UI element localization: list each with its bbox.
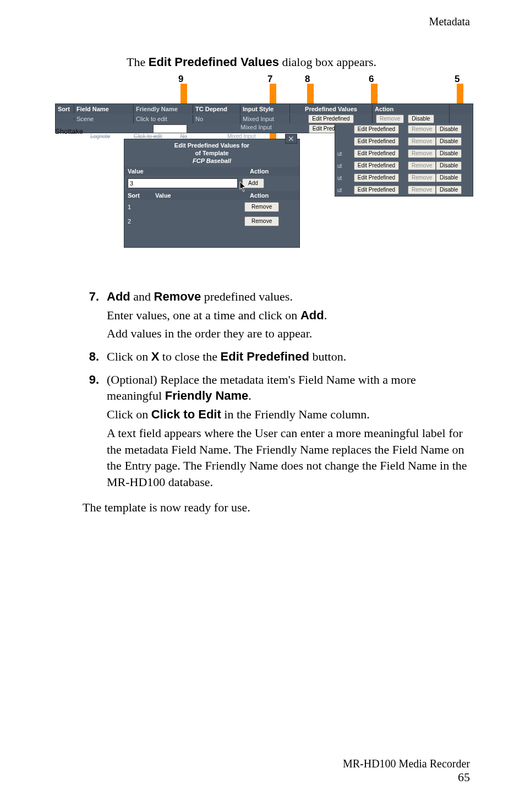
value-input[interactable] — [128, 178, 238, 188]
dialog-title: Edit Predefined Values for of Template F… — [124, 139, 299, 167]
value-header: Value — [124, 167, 247, 176]
action-header-2: Action — [247, 191, 299, 200]
closing-line: The template is now ready for use. — [83, 500, 470, 515]
arrow-5-stem — [457, 84, 463, 103]
th-sort: Sort — [56, 105, 74, 113]
callout-9: 9 — [178, 74, 183, 85]
row-scene-friendly[interactable]: Click to edit — [134, 115, 193, 123]
list-item: 2 Remove — [124, 214, 299, 228]
kw-x: X — [151, 350, 160, 363]
txt: in the Friendly Name column. — [221, 407, 370, 421]
intro-line: The Edit Predefined Values dialog box ap… — [127, 55, 470, 69]
dialog-title-l1: Edit Predefined Values for — [174, 142, 249, 149]
intro-pre: The — [127, 55, 149, 69]
row-suffix: ut — [337, 151, 346, 157]
arrow-9-stem — [181, 84, 187, 103]
kw-add: Add — [107, 290, 130, 303]
list-sort: 1 — [128, 204, 141, 210]
callout-7: 7 — [267, 74, 272, 85]
row-scene-tc: No — [193, 115, 240, 123]
screenshot-figure: 9 7 8 6 5 Sort Field Name Friendly Name … — [55, 74, 473, 273]
disable-button[interactable]: Disable — [436, 149, 462, 158]
step-number: 9. — [83, 372, 107, 493]
footer-product: MR-HD100 Media Recorder — [343, 757, 470, 770]
kw-add-2: Add — [300, 308, 324, 322]
txt: Click on — [107, 350, 151, 363]
edit-predefined-button[interactable]: Edit Predefined — [354, 137, 399, 146]
kw-click-to-edit: Click to Edit — [151, 407, 221, 421]
remove-button[interactable]: Remove — [376, 115, 404, 123]
disable-button[interactable]: Disable — [408, 115, 434, 123]
txt: . — [248, 389, 251, 402]
edit-predefined-button[interactable]: Edit Predefined — [354, 186, 399, 194]
txt: . — [324, 308, 327, 322]
sort-header: Sort — [124, 191, 152, 200]
disable-button[interactable]: Disable — [436, 137, 462, 146]
step-number: 8. — [83, 348, 107, 367]
dialog-list-header: Sort Value Action — [124, 191, 299, 200]
th-pred: Predefined Values — [290, 105, 373, 113]
dialog-title-l3: FCP Baseball — [125, 157, 298, 165]
remove-button[interactable]: Remove — [408, 137, 436, 146]
txt: button. — [309, 350, 346, 363]
disable-button[interactable]: Disable — [436, 161, 462, 170]
txt: and — [130, 290, 154, 303]
row-scene: Scene Click to edit No Mixed Input Edit … — [56, 114, 473, 124]
th-friendly: Friendly Name — [134, 105, 193, 113]
lognote-label: Lognote — [90, 133, 110, 139]
disable-button[interactable]: Disable — [436, 125, 462, 134]
disable-button[interactable]: Disable — [436, 173, 462, 182]
remove-button[interactable]: Remove — [244, 216, 279, 226]
remove-button[interactable]: Remove — [408, 149, 436, 158]
kw-friendly-name: Friendly Name — [165, 389, 249, 402]
row-suffix: ut — [337, 175, 346, 181]
callout-6: 6 — [369, 74, 374, 85]
table-row: Edit Predefined Remove Disable — [335, 135, 473, 148]
row-suffix: ut — [337, 187, 346, 193]
callout-8: 8 — [305, 74, 310, 85]
list-item: 1 Remove — [124, 200, 299, 214]
table-row: Edit Predefined Remove Disable — [335, 123, 473, 135]
friendly-name-input[interactable] — [153, 124, 187, 133]
list-sort: 2 — [128, 218, 141, 225]
txt: Add values in the order they are to appe… — [107, 325, 470, 342]
step-8: 8. Click on X to close the Edit Predefin… — [83, 348, 470, 367]
table-row: ut Edit Predefined Remove Disable — [335, 160, 473, 172]
page-number: 65 — [343, 770, 470, 784]
arrow-6-stem — [371, 84, 378, 103]
remove-button[interactable]: Remove — [408, 173, 436, 182]
predefined-list: 1 Remove 2 Remove — [124, 200, 299, 247]
remove-button[interactable]: Remove — [408, 186, 436, 194]
edit-predefined-dialog: ✕ Edit Predefined Values for of Template… — [124, 139, 300, 248]
row-scene-input: Mixed Input — [240, 115, 290, 123]
edit-predefined-button[interactable]: Edit Predefined — [354, 149, 399, 158]
action-header: Action — [247, 167, 299, 176]
edit-predefined-button[interactable]: Edit Predefined — [354, 173, 399, 182]
kw-remove: Remove — [154, 290, 201, 303]
txt: predefined values. — [201, 290, 293, 303]
th-input: Input Style — [240, 105, 290, 113]
kw-edit-predefined: Edit Predefined — [221, 350, 309, 363]
remove-button[interactable]: Remove — [244, 202, 279, 212]
remove-button[interactable]: Remove — [408, 161, 436, 170]
edit-predefined-button[interactable]: Edit Predefined — [354, 125, 399, 134]
th-field: Field Name — [74, 105, 134, 113]
section-header: Metadata — [429, 15, 470, 28]
row-scene-sort — [56, 118, 74, 120]
intro-bold: Edit Predefined Values — [149, 55, 279, 69]
add-button[interactable]: Add — [242, 178, 264, 188]
step-9: 9. (Optional) Replace the metadata item'… — [83, 372, 470, 493]
txt: A text field appears where the User can … — [107, 425, 470, 491]
row-suffix: ut — [337, 163, 346, 169]
edit-predefined-button[interactable]: Edit Predefined — [354, 161, 399, 170]
txt: (Optional) Replace the metadata item's F… — [107, 373, 416, 403]
close-icon[interactable]: ✕ — [285, 134, 297, 144]
disable-button[interactable]: Disable — [436, 186, 462, 194]
edit-predefined-button[interactable]: Edit Predefined — [308, 115, 353, 123]
step-number: 7. — [83, 288, 107, 344]
table-row: ut Edit Predefined Remove Disable — [335, 172, 473, 184]
row-scene-field: Scene — [74, 115, 134, 123]
list-item — [124, 228, 299, 247]
remove-button[interactable]: Remove — [408, 125, 436, 134]
th-tc: TC Depend — [193, 105, 240, 113]
